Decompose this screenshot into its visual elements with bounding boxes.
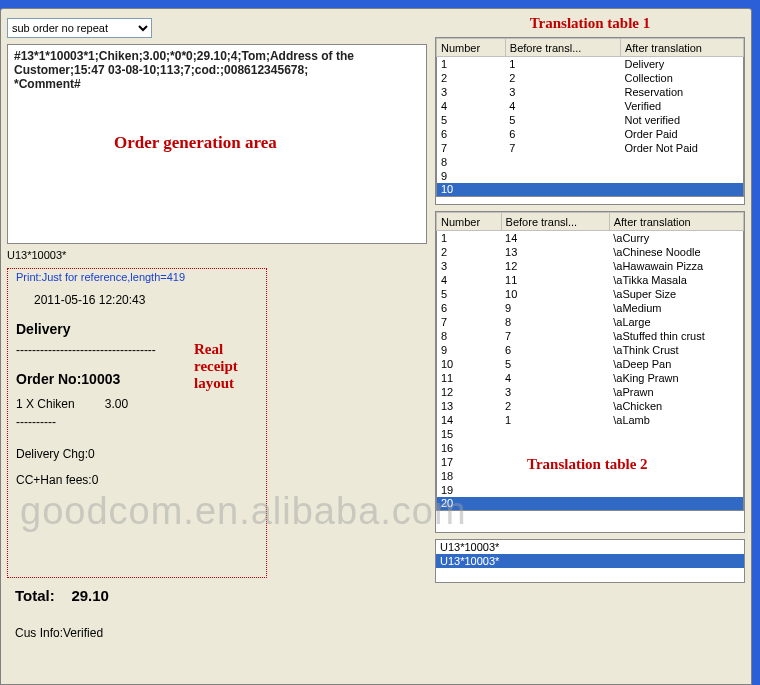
table-row[interactable]: 213\aChinese Noodle	[437, 245, 744, 259]
receipt-type: Delivery	[16, 321, 258, 337]
bottom-listbox[interactable]: U13*10003*U13*10003*	[435, 539, 745, 583]
column-header[interactable]: Number	[437, 213, 502, 231]
table-row[interactable]: 16	[437, 441, 744, 455]
table-row[interactable]: 55Not verified	[437, 113, 744, 127]
table-row[interactable]: 15	[437, 427, 744, 441]
table-row[interactable]: 105\aDeep Pan	[437, 357, 744, 371]
receipt-timestamp: 2011-05-16 12:20:43	[16, 293, 258, 307]
table-row[interactable]: 312\aHawawain Pizza	[437, 259, 744, 273]
translation-table-2-group: Translation table 2 NumberBefore transl.…	[435, 211, 745, 533]
order-raw-text: #13*1*10003*1;Chiken;3.00;*0*0;29.10;4;T…	[14, 49, 420, 77]
column-header[interactable]: Before transl...	[505, 39, 620, 57]
right-column: Translation table 1 NumberBefore transl.…	[435, 15, 745, 678]
annotation-receipt: Real receipt layout	[194, 341, 266, 392]
translation-table-1[interactable]: NumberBefore transl...After translation …	[436, 38, 744, 197]
table-row[interactable]: 20	[437, 497, 744, 511]
table-row[interactable]: 114\aCurry	[437, 231, 744, 245]
order-comment: *Comment#	[14, 77, 420, 91]
receipt-divider-2: ----------	[16, 415, 258, 429]
table-row[interactable]: 411\aTikka Masala	[437, 273, 744, 287]
column-header[interactable]: After translation	[609, 213, 743, 231]
table-row[interactable]: 8	[437, 155, 744, 169]
annotation-trans1: Translation table 1	[435, 15, 745, 32]
table-row[interactable]: 44Verified	[437, 99, 744, 113]
annotation-trans2: Translation table 2	[527, 456, 648, 473]
receipt-cusinfo: Cus Info:Verified	[15, 626, 419, 640]
column-header[interactable]: Number	[437, 39, 506, 57]
table-row[interactable]: 87\aStuffed thin crust	[437, 329, 744, 343]
receipt-print-note: Print:Just for reference,length=419	[16, 271, 258, 283]
table-row[interactable]: 10	[437, 183, 744, 197]
receipt-delivery-chg: Delivery Chg:0	[16, 447, 258, 461]
suborder-dropdown[interactable]: sub order no repeat	[7, 18, 152, 38]
u-label: U13*10003*	[7, 247, 427, 263]
receipt-total: Total: 29.10	[15, 587, 419, 604]
translation-table-1-group: Translation table 1 NumberBefore transl.…	[435, 15, 745, 205]
left-column: sub order no repeat #13*1*10003*1;Chiken…	[7, 15, 427, 678]
table-row[interactable]: 510\aSuper Size	[437, 287, 744, 301]
column-header[interactable]: After translation	[620, 39, 743, 57]
column-header[interactable]: Before transl...	[501, 213, 609, 231]
table-row[interactable]: 123\aPrawn	[437, 385, 744, 399]
table-row[interactable]: 132\aChicken	[437, 399, 744, 413]
table-row[interactable]: 114\aKing Prawn	[437, 371, 744, 385]
table-row[interactable]: 78\aLarge	[437, 315, 744, 329]
table-row[interactable]: 141\aLamb	[437, 413, 744, 427]
annotation-order-gen: Order generation area	[114, 133, 277, 153]
dropdown-row: sub order no repeat	[7, 15, 427, 41]
table-row[interactable]: 22Collection	[437, 71, 744, 85]
table-row[interactable]: 11Delivery	[437, 57, 744, 71]
table-row[interactable]: 66Order Paid	[437, 127, 744, 141]
receipt-preview: Real receipt layout Print:Just for refer…	[7, 268, 267, 578]
table-row[interactable]: 33Reservation	[437, 85, 744, 99]
list-item[interactable]: U13*10003*	[436, 540, 744, 554]
table-row[interactable]: 69\aMedium	[437, 301, 744, 315]
main-panel: sub order no repeat #13*1*10003*1;Chiken…	[0, 8, 752, 685]
table-row[interactable]: 9	[437, 169, 744, 183]
table-row[interactable]: 77Order Not Paid	[437, 141, 744, 155]
receipt-cchan: CC+Han fees:0	[16, 473, 258, 487]
order-generation-textarea[interactable]: #13*1*10003*1;Chiken;3.00;*0*0;29.10;4;T…	[7, 44, 427, 244]
table-row[interactable]: 96\aThink Crust	[437, 343, 744, 357]
table-row[interactable]: 19	[437, 483, 744, 497]
list-item[interactable]: U13*10003*	[436, 554, 744, 568]
receipt-item-line: 1 X Chiken 3.00	[16, 397, 258, 411]
